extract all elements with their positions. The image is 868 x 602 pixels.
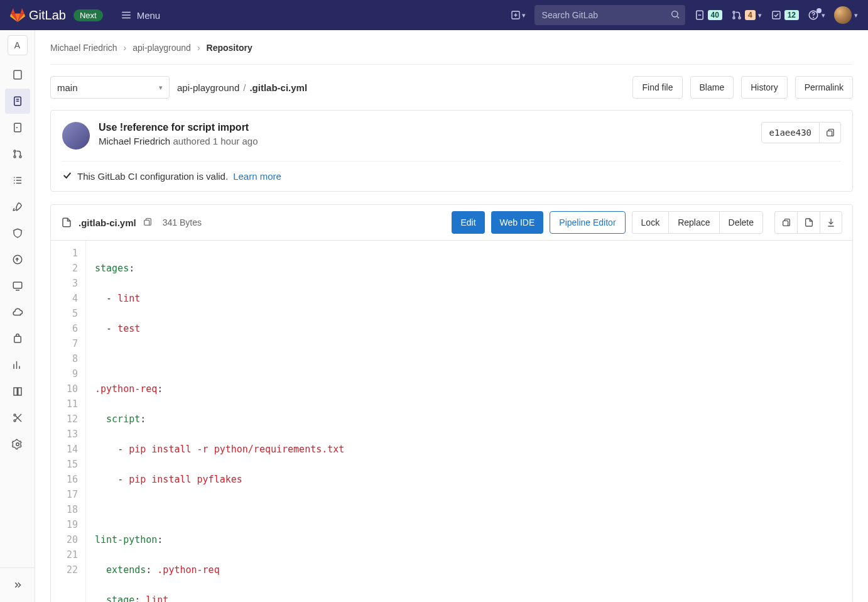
nav-wiki[interactable] bbox=[5, 379, 30, 404]
svg-point-38 bbox=[14, 420, 16, 422]
clipboard-icon bbox=[781, 217, 791, 227]
webide-button[interactable]: Web IDE bbox=[491, 211, 544, 234]
path-file: .gitlab-ci.yml bbox=[249, 82, 307, 93]
nav-repository[interactable] bbox=[5, 89, 30, 114]
find-file-button[interactable]: Find file bbox=[632, 76, 682, 99]
next-badge[interactable]: Next bbox=[73, 9, 103, 21]
create-new-dropdown[interactable]: ▾ bbox=[511, 10, 526, 20]
svg-point-21 bbox=[14, 150, 16, 152]
commit-author[interactable]: Michael Friedrich bbox=[99, 136, 170, 146]
file-icon bbox=[61, 217, 72, 228]
collapse-sidebar[interactable] bbox=[5, 572, 30, 598]
history-button[interactable]: History bbox=[741, 76, 788, 99]
document-icon bbox=[804, 217, 814, 227]
svg-rect-16 bbox=[14, 70, 21, 79]
main-content: Michael Friedrich › api-playground › Rep… bbox=[35, 30, 868, 602]
line-numbers[interactable]: 12345678910111213141516171819202122 bbox=[51, 241, 86, 602]
merge-requests-shortcut[interactable]: 4 ▾ bbox=[731, 9, 762, 21]
copy-contents-button[interactable] bbox=[774, 211, 797, 234]
svg-rect-47 bbox=[783, 221, 788, 226]
nav-analytics[interactable] bbox=[5, 353, 30, 378]
chevron-down-icon: ▾ bbox=[758, 11, 762, 19]
user-avatar bbox=[834, 6, 852, 24]
chevrons-right-icon bbox=[12, 579, 23, 591]
tanuki-icon bbox=[10, 8, 25, 23]
copy-file-path-button[interactable] bbox=[143, 217, 153, 229]
merge-request-icon bbox=[731, 9, 742, 21]
blame-button[interactable]: Blame bbox=[690, 76, 734, 99]
repository-icon bbox=[12, 96, 23, 107]
lock-button[interactable]: Lock bbox=[632, 211, 669, 234]
replace-button[interactable]: Replace bbox=[668, 211, 719, 234]
scissors-icon bbox=[12, 412, 23, 424]
ci-valid-text: This GitLab CI configuration is valid. bbox=[77, 171, 228, 182]
path-project[interactable]: api-playground bbox=[177, 82, 239, 93]
book-icon bbox=[12, 386, 23, 397]
project-avatar[interactable]: A bbox=[8, 35, 28, 55]
nav-requirements[interactable] bbox=[5, 168, 30, 193]
nav-issues[interactable] bbox=[5, 115, 30, 140]
top-navbar: GitLab Next Menu ▾ 40 4 ▾ 12 bbox=[0, 0, 868, 30]
svg-rect-43 bbox=[827, 131, 832, 136]
nav-merge-requests[interactable] bbox=[5, 141, 30, 167]
permalink-button[interactable]: Permalink bbox=[795, 76, 853, 99]
nav-security[interactable] bbox=[5, 221, 30, 246]
check-icon bbox=[62, 170, 72, 182]
edit-button[interactable]: Edit bbox=[452, 211, 484, 234]
gitlab-logo[interactable]: GitLab bbox=[10, 8, 66, 23]
clipboard-icon bbox=[825, 128, 835, 138]
todo-count: 12 bbox=[784, 10, 799, 20]
nav-settings[interactable] bbox=[5, 432, 30, 457]
cloud-icon bbox=[12, 307, 23, 318]
menu-label: Menu bbox=[137, 10, 161, 21]
file-icon-actions bbox=[774, 211, 842, 234]
global-search[interactable] bbox=[534, 5, 685, 25]
code-content[interactable]: stages: - lint - test .python-req: scrip… bbox=[86, 241, 344, 602]
search-input[interactable] bbox=[534, 10, 685, 20]
commit-title[interactable]: Use !reference for script import bbox=[99, 122, 258, 133]
search-icon bbox=[670, 9, 680, 21]
user-menu[interactable]: ▾ bbox=[834, 6, 858, 24]
issues-shortcut[interactable]: 40 bbox=[694, 9, 722, 21]
nav-snippets[interactable] bbox=[5, 405, 30, 430]
nav-ci-cd[interactable] bbox=[5, 194, 30, 219]
nav-project-info[interactable] bbox=[5, 62, 30, 87]
branch-selector[interactable]: main ▾ bbox=[50, 76, 170, 99]
svg-point-10 bbox=[733, 11, 735, 13]
file-actions-group: Lock Replace Delete bbox=[632, 211, 763, 234]
delete-button[interactable]: Delete bbox=[719, 211, 763, 234]
breadcrumb-owner[interactable]: Michael Friedrich bbox=[50, 43, 117, 53]
help-dropdown[interactable]: ▾ bbox=[808, 9, 825, 21]
svg-rect-33 bbox=[14, 336, 21, 342]
breadcrumb: Michael Friedrich › api-playground › Rep… bbox=[50, 43, 853, 65]
chevron-down-icon: ▾ bbox=[822, 11, 825, 19]
download-button[interactable] bbox=[820, 211, 842, 234]
brand-text: GitLab bbox=[29, 8, 66, 23]
menu-button[interactable]: Menu bbox=[121, 9, 161, 21]
notification-dot bbox=[816, 8, 822, 13]
svg-point-41 bbox=[16, 443, 19, 446]
todos-shortcut[interactable]: 12 bbox=[771, 9, 799, 21]
mr-count: 4 bbox=[745, 10, 756, 20]
commit-sha[interactable]: e1aee430 bbox=[761, 122, 820, 143]
plus-square-icon bbox=[511, 10, 521, 20]
file-size: 341 Bytes bbox=[163, 217, 202, 227]
commit-author-avatar[interactable] bbox=[62, 122, 90, 150]
breadcrumb-sep: › bbox=[197, 43, 200, 53]
svg-line-7 bbox=[677, 16, 679, 18]
nav-monitor[interactable] bbox=[5, 273, 30, 298]
breadcrumb-project[interactable]: api-playground bbox=[133, 43, 191, 53]
nav-deployments[interactable] bbox=[5, 247, 30, 272]
rocket-icon bbox=[12, 201, 23, 212]
branch-name: main bbox=[57, 82, 78, 93]
svg-point-6 bbox=[671, 11, 677, 16]
ci-learn-more-link[interactable]: Learn more bbox=[233, 171, 281, 182]
svg-point-22 bbox=[14, 156, 16, 158]
pipeline-editor-button[interactable]: Pipeline Editor bbox=[550, 211, 625, 234]
copy-sha-button[interactable] bbox=[820, 122, 841, 143]
file-viewer: .gitlab-ci.yml 341 Bytes Edit Web IDE Pi… bbox=[50, 204, 853, 602]
nav-packages[interactable] bbox=[5, 326, 30, 351]
nav-infrastructure[interactable] bbox=[5, 300, 30, 325]
raw-button[interactable] bbox=[797, 211, 820, 234]
svg-point-12 bbox=[739, 17, 741, 19]
